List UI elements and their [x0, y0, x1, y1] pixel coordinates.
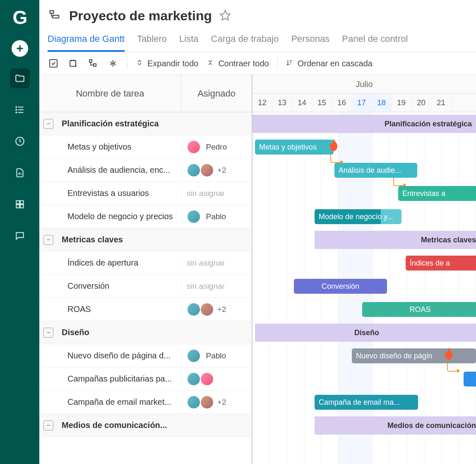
col-header-task[interactable]: Nombre de tarea — [39, 75, 181, 112]
day-cell[interactable]: 18 — [372, 94, 392, 112]
task-bar[interactable] — [464, 372, 476, 387]
svg-rect-12 — [16, 201, 19, 204]
assign-cell[interactable]: Pablo — [181, 349, 252, 363]
task-bar[interactable]: ROAS — [362, 302, 476, 317]
day-cell[interactable]: 15 — [312, 94, 332, 112]
task-row[interactable]: Entrevistas a usuarios sin asignar — [39, 182, 252, 205]
collapse-toggle[interactable]: − — [43, 328, 53, 338]
group-bar-label[interactable]: Diseño — [255, 324, 476, 342]
assign-cell[interactable]: sin asignar — [181, 282, 252, 291]
col-header-assignee[interactable]: Asignado — [181, 75, 252, 112]
column-headers: Nombre de tarea Asignado — [39, 75, 252, 112]
nav-apps-icon[interactable] — [10, 194, 30, 214]
gantt-row: Modelo de negocio y... — [252, 205, 476, 228]
subtask-icon[interactable] — [87, 58, 99, 69]
group-bar-label[interactable]: Planificación estratégica — [252, 115, 476, 133]
group-row[interactable]: − Planificación estratégica — [39, 112, 252, 135]
task-bar[interactable]: Índices de a — [406, 256, 476, 271]
task-bar[interactable]: Conversión — [294, 279, 387, 294]
assign-cell[interactable] — [181, 372, 252, 386]
task-row[interactable]: ROAS +2 — [39, 298, 252, 321]
svg-rect-26 — [89, 60, 92, 62]
task-name: Análisis de audiencia, enc... — [64, 165, 181, 175]
nav-reports-icon[interactable] — [10, 163, 30, 183]
task-row[interactable]: Conversión sin asignar — [39, 275, 252, 298]
task-row[interactable]: Análisis de audiencia, enc... +2 — [39, 159, 252, 182]
assign-cell[interactable]: Pablo — [181, 210, 252, 224]
assign-cell[interactable]: +2 — [181, 395, 252, 409]
group-bar-label[interactable]: Medios de comunicación — [315, 416, 476, 435]
cascade-sort-button[interactable]: Ordenar en cascada — [286, 59, 373, 68]
task-row[interactable]: Metas y objetivos Pedro — [39, 135, 252, 159]
svg-rect-17 — [53, 15, 59, 18]
group-bar-label[interactable]: Metricas claves — [315, 231, 476, 249]
task-bar[interactable]: Metas y objetivos — [255, 140, 334, 155]
milestone-icon[interactable] — [67, 58, 79, 69]
task-row[interactable]: Campañas publicitarias pa... — [39, 367, 252, 391]
group-row[interactable]: − Metricas claves — [39, 228, 252, 251]
day-cell[interactable]: 14 — [292, 94, 312, 112]
checkbox-icon[interactable] — [48, 58, 59, 69]
nav-time-icon[interactable] — [10, 131, 30, 151]
assign-cell[interactable]: sin asignar — [181, 259, 252, 268]
day-cell[interactable]: 12 — [252, 94, 272, 112]
svg-rect-14 — [16, 205, 19, 208]
collapse-toggle[interactable]: − — [43, 235, 53, 245]
expand-label: Expandir todo — [147, 59, 198, 68]
collapse-icon — [207, 59, 214, 68]
tab-gantt[interactable]: Diagrama de Gantt — [48, 31, 125, 52]
task-row[interactable]: Índices de apertura sin asignar — [39, 251, 252, 275]
assign-cell[interactable]: sin asignar — [181, 189, 252, 198]
task-name: Conversión — [64, 281, 181, 291]
tab-board[interactable]: Tablero — [137, 31, 167, 52]
gantt-row: Medios de comunicación — [252, 414, 476, 437]
collapse-toggle[interactable]: − — [43, 119, 53, 129]
assignee-name: Pablo — [206, 351, 226, 360]
indent-icon[interactable] — [107, 58, 119, 69]
day-cell[interactable]: 21 — [431, 94, 451, 112]
collapse-all-button[interactable]: Contraer todo — [207, 59, 269, 68]
gantt-row: Conversión — [252, 275, 476, 298]
task-bar[interactable]: Campaña de email ma... — [315, 395, 418, 410]
task-bar[interactable]: Nuevo diseño de págin — [352, 348, 476, 363]
task-bar[interactable]: Análisis de audie... — [334, 163, 417, 178]
day-cell[interactable]: 13 — [272, 94, 292, 112]
svg-rect-22 — [70, 60, 76, 66]
nav-list-icon[interactable] — [10, 100, 30, 120]
task-name: Modelo de negocio y precios — [64, 212, 181, 221]
fire-icon — [328, 139, 339, 152]
nav-projects-icon[interactable] — [10, 68, 30, 88]
tabs: Diagrama de Gantt Tablero Lista Carga de… — [48, 31, 476, 52]
svg-rect-13 — [20, 201, 24, 204]
group-row[interactable]: − Diseño — [39, 321, 252, 344]
star-icon[interactable] — [219, 10, 231, 23]
avatar — [187, 349, 201, 363]
fire-icon — [443, 348, 454, 361]
task-name: Metas y objetivos — [64, 142, 181, 152]
task-bar[interactable]: Entrevistas a — [398, 186, 476, 201]
day-cell[interactable]: 20 — [411, 94, 431, 112]
day-cell[interactable]: 16 — [332, 94, 352, 112]
task-row[interactable]: Modelo de negocio y precios Pablo — [39, 205, 252, 228]
svg-point-7 — [16, 112, 17, 113]
assign-cell[interactable]: +2 — [181, 302, 252, 317]
tab-workload[interactable]: Carga de trabajo — [211, 31, 279, 52]
gantt-row: Nuevo diseño de págin — [252, 344, 476, 367]
task-bar[interactable]: Modelo de negocio y... — [315, 209, 401, 224]
gantt-bars: Planificación estratégica Metas y objeti… — [252, 112, 476, 437]
tab-list[interactable]: Lista — [179, 31, 198, 52]
task-row[interactable]: Nuevo diseño de página d... Pablo — [39, 344, 252, 367]
assign-cell[interactable]: +2 — [181, 163, 252, 177]
tab-dashboard[interactable]: Panel de control — [342, 31, 408, 52]
group-row[interactable]: − Medios de comunicación... — [39, 414, 252, 437]
day-cell[interactable]: 17 — [352, 94, 372, 112]
collapse-toggle[interactable]: − — [43, 420, 53, 430]
nav-chat-icon[interactable] — [10, 226, 30, 246]
day-cell[interactable]: 19 — [392, 94, 411, 112]
assign-cell[interactable]: Pedro — [181, 140, 252, 154]
add-button[interactable] — [12, 40, 28, 57]
task-row[interactable]: Campaña de email market... +2 — [39, 391, 252, 414]
svg-rect-16 — [50, 10, 54, 13]
expand-all-button[interactable]: Expandir todo — [136, 59, 198, 68]
tab-people[interactable]: Personas — [291, 31, 329, 52]
